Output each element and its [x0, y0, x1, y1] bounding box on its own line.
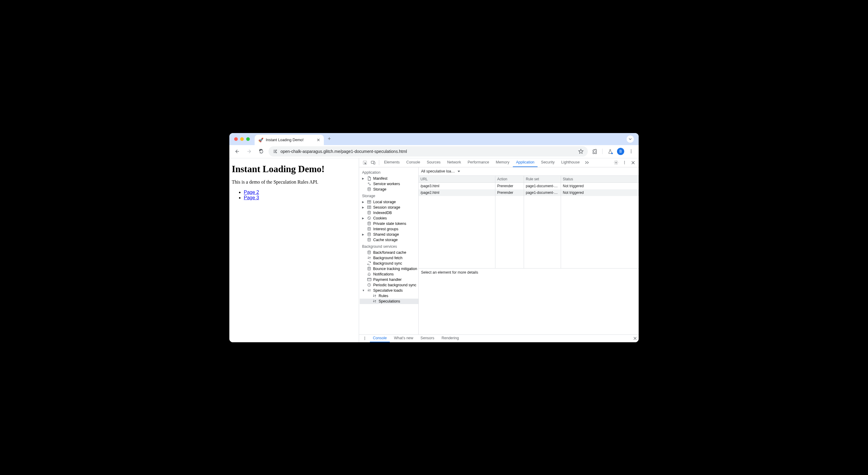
sidebar-item-local-storage[interactable]: ▶Local storage	[360, 199, 418, 205]
col-status[interactable]: Status	[561, 176, 639, 182]
devtools-tab-application[interactable]: Application	[513, 158, 537, 167]
sidebar-item-bounce-tracking[interactable]: Bounce tracking mitigation	[360, 266, 418, 271]
bell-icon	[367, 272, 371, 276]
site-settings-icon[interactable]	[273, 149, 278, 154]
inspect-icon[interactable]	[361, 159, 369, 167]
sidebar-item-periodic-sync[interactable]: Periodic background sync	[360, 283, 418, 288]
drawer-tab-rendering[interactable]: Rendering	[438, 334, 462, 342]
database-icon	[367, 187, 371, 191]
tab-strip: 🚀 Instant Loading Demo! ✕ +	[229, 133, 639, 145]
sidebar-item-bf-cache[interactable]: Back/forward cache	[360, 250, 418, 255]
sidebar-item-interest-groups[interactable]: Interest groups	[360, 226, 418, 232]
svg-point-31	[365, 338, 365, 339]
devtools-tab-elements[interactable]: Elements	[381, 158, 403, 167]
devtools-tab-security[interactable]: Security	[538, 158, 558, 167]
forward-button[interactable]	[244, 147, 254, 156]
filter-dropdown[interactable]: All speculative loa…	[421, 169, 460, 173]
sidebar-item-cache-storage[interactable]: Cache storage	[360, 237, 418, 243]
speculations-table: URL Action Rule set Status /page3.html	[418, 176, 639, 268]
device-toggle-icon[interactable]	[369, 159, 377, 167]
svg-point-32	[365, 339, 365, 340]
svg-point-10	[624, 161, 625, 161]
col-rule[interactable]: Rule set	[524, 176, 561, 182]
devtools-tab-lighthouse[interactable]: Lighthouse	[558, 158, 583, 167]
address-bar[interactable]: open-chalk-asparagus.glitch.me/page1-doc…	[269, 146, 588, 156]
drawer-menu-icon[interactable]	[361, 334, 369, 342]
sidebar-item-storage[interactable]: Storage	[360, 187, 418, 192]
svg-point-9	[616, 162, 617, 163]
sidebar-item-manifest[interactable]: ▶Manifest	[360, 176, 418, 181]
labs-icon[interactable]	[606, 147, 615, 156]
page-link-list: Page 2 Page 3	[232, 190, 356, 201]
more-tabs-icon[interactable]	[583, 159, 591, 167]
clock-icon	[367, 283, 371, 287]
drawer-tab-sensors[interactable]: Sensors	[417, 334, 437, 342]
database-icon	[367, 232, 371, 236]
devtools-tab-network[interactable]: Network	[444, 158, 464, 167]
cookie-icon	[367, 216, 371, 220]
card-icon	[367, 278, 371, 281]
back-button[interactable]	[232, 147, 242, 156]
col-action[interactable]: Action	[495, 176, 524, 182]
svg-point-13	[368, 182, 369, 184]
browser-window: 🚀 Instant Loading Demo! ✕ + open-chalk-a…	[229, 133, 639, 342]
sidebar-item-bg-fetch[interactable]: Background fetch	[360, 255, 418, 261]
sidebar-item-service-workers[interactable]: Service workers	[360, 181, 418, 187]
sidebar-item-speculative-loads[interactable]: ▼Speculative loads	[360, 288, 418, 293]
page-link[interactable]: Page 2	[244, 190, 259, 195]
grid-icon	[367, 206, 371, 209]
profile-avatar[interactable]: B	[617, 148, 624, 155]
close-window-button[interactable]	[234, 137, 238, 141]
svg-point-27	[368, 267, 371, 268]
updown-icon	[372, 294, 377, 298]
svg-point-14	[369, 184, 371, 185]
col-url[interactable]: URL	[418, 176, 495, 182]
close-tab-button[interactable]: ✕	[317, 138, 320, 142]
sidebar-item-bg-sync[interactable]: Background sync	[360, 261, 418, 266]
sidebar-item-cookies[interactable]: ▶Cookies	[360, 215, 418, 221]
svg-point-0	[276, 150, 277, 151]
drawer-tab-console[interactable]: Console	[370, 334, 390, 342]
devtools-menu-icon[interactable]	[621, 159, 628, 167]
sidebar-item-shared-storage[interactable]: ▶Shared storage	[360, 232, 418, 237]
close-devtools-icon[interactable]	[629, 159, 637, 167]
database-icon	[367, 238, 371, 242]
content-area: Instant Loading Demo! This is a demo of …	[229, 158, 639, 342]
sidebar-item-notifications[interactable]: Notifications	[360, 271, 418, 277]
devtools-drawer: Console What's new Sensors Rendering	[359, 334, 639, 342]
svg-rect-8	[373, 162, 375, 164]
devtools-tab-memory[interactable]: Memory	[493, 158, 512, 167]
sidebar-item-rules[interactable]: Rules	[360, 293, 418, 299]
new-tab-button[interactable]: +	[325, 135, 334, 143]
reload-button[interactable]	[256, 147, 266, 156]
sidebar-item-session-storage[interactable]: ▶Session storage	[360, 205, 418, 210]
table-header: URL Action Rule set Status	[418, 176, 639, 183]
sidebar-item-payment-handler[interactable]: Payment handler	[360, 277, 418, 283]
maximize-window-button[interactable]	[246, 137, 250, 141]
bookmark-icon[interactable]	[578, 149, 584, 154]
table-row[interactable]: /page2.html Prerender page1-document-… N…	[418, 189, 639, 196]
sidebar-item-private-state-tokens[interactable]: Private state tokens	[360, 221, 418, 226]
menu-button[interactable]	[627, 147, 636, 156]
devtools-tab-sources[interactable]: Sources	[424, 158, 444, 167]
extensions-icon[interactable]	[590, 147, 599, 156]
devtools-tab-performance[interactable]: Performance	[465, 158, 492, 167]
svg-point-4	[631, 151, 632, 152]
updown-icon	[367, 256, 371, 260]
grid-icon	[367, 200, 371, 204]
sidebar-item-indexeddb[interactable]: IndexedDB	[360, 210, 418, 215]
page-link[interactable]: Page 3	[244, 195, 259, 200]
browser-tab[interactable]: 🚀 Instant Loading Demo! ✕	[255, 135, 324, 145]
minimize-window-button[interactable]	[240, 137, 244, 141]
tab-search-button[interactable]	[627, 136, 634, 143]
svg-point-5	[631, 152, 632, 153]
drawer-tab-whatsnew[interactable]: What's new	[391, 334, 416, 342]
sidebar-item-speculations[interactable]: Speculations	[360, 299, 418, 304]
settings-icon[interactable]	[612, 159, 620, 167]
close-drawer-icon[interactable]	[633, 336, 637, 340]
sync-icon	[367, 261, 371, 265]
detail-hint: Select an element for more details	[418, 268, 639, 276]
table-row[interactable]: /page3.html Prerender page1-document-… N…	[418, 183, 639, 189]
sidebar-section-title: Application	[360, 169, 418, 176]
devtools-tab-console[interactable]: Console	[403, 158, 423, 167]
